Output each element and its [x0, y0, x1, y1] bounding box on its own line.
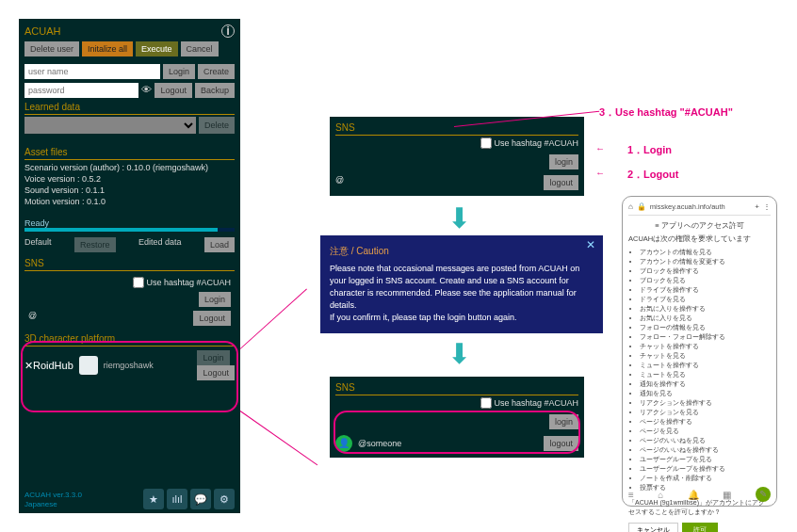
info-icon[interactable]: i — [221, 24, 235, 38]
cancel-button[interactable]: キャンセル — [628, 523, 678, 532]
caution-header: 注意 / Caution — [330, 245, 594, 257]
sns-login-button[interactable]: Login — [199, 292, 231, 307]
execute-button[interactable]: Execute — [136, 41, 178, 56]
login-button[interactable]: Login — [163, 64, 195, 79]
caution-dialog: ✕ 注意 / Caution Please note that occasion… — [320, 235, 603, 333]
lock-icon: 🔒 — [637, 202, 646, 211]
callout-1: 1．Login — [627, 143, 672, 157]
audio-icon[interactable]: ılıl — [167, 489, 187, 509]
hashtag-label: Use hashtag #ACUAH — [494, 138, 578, 148]
scope-item: ページを操作する — [640, 417, 771, 427]
chat-icon[interactable]: 💬 — [190, 489, 211, 509]
scope-item: アカウントの情報を見る — [640, 248, 771, 257]
sns-section: Use hashtag #ACUAH Login @ Logout — [24, 273, 235, 330]
hashtag-checkbox[interactable] — [480, 397, 492, 409]
scope-item: リアクションを操作する — [640, 398, 771, 408]
connector-line — [240, 289, 307, 349]
logout-button[interactable]: Logout — [155, 83, 192, 98]
star-icon[interactable]: ★ — [143, 489, 164, 509]
asset-line: Sound version : 0.1.1 — [24, 185, 235, 196]
sns-mention: @ — [335, 175, 344, 190]
app-title: ACUAH i — [24, 24, 235, 38]
scope-item: 通知を見る — [640, 389, 771, 398]
scope-item: フォローの情報を見る — [640, 323, 771, 332]
sns-logout-button[interactable]: logout — [544, 175, 578, 190]
sns-label: SNS — [335, 122, 578, 133]
callout-3: 3．Use hashtag "#ACUAH" — [599, 105, 733, 120]
scope-item: ページを見る — [640, 427, 771, 436]
arrow-down-icon: ⬇ — [447, 337, 471, 370]
nav-home-icon[interactable]: ⌂ — [658, 490, 663, 500]
arrow-down-icon: ⬇ — [447, 202, 471, 234]
learned-data-select[interactable] — [24, 117, 196, 134]
sns-label: SNS — [24, 258, 235, 268]
compose-fab[interactable]: ✎ — [756, 487, 771, 502]
title-text: ACUAH — [24, 25, 61, 37]
load-button[interactable]: Load — [204, 237, 235, 252]
scope-item: ユーザーグループを見る — [640, 455, 771, 464]
scope-item: フォロー・フォロー解除する — [640, 332, 771, 342]
caution-body: Please note that occasional messages are… — [330, 263, 594, 324]
scope-item: お気に入りを見る — [640, 314, 771, 323]
asset-line: Scenario version (author) : 0.10.0 (riem… — [24, 162, 235, 173]
url-text: misskey.acuah.info/auth — [650, 202, 751, 211]
scope-item: チャットを操作する — [640, 342, 771, 351]
progress-bar — [24, 228, 235, 232]
asset-line: Voice version : 0.5.2 — [24, 173, 235, 185]
hashtag-checkbox[interactable] — [133, 277, 144, 288]
arrow-left-icon: ← — [595, 143, 605, 153]
scope-item: アカウントの情報を変更する — [640, 257, 771, 266]
sns-highlight-ring — [21, 341, 238, 412]
sns-mention: @ — [28, 311, 37, 326]
mobile-permission-panel: ⌂ 🔒 misskey.acuah.info/auth + ⋮ ≡ アプリへのア… — [622, 196, 777, 507]
sns-logout-button[interactable]: Logout — [193, 311, 231, 326]
close-icon[interactable]: ✕ — [586, 239, 595, 251]
scope-item: ページのいいねを操作する — [640, 445, 771, 455]
scope-item: ページのいいねを見る — [640, 436, 771, 445]
hashtag-checkbox[interactable] — [480, 137, 492, 149]
permission-title: ≡ アプリへのアクセス許可 — [628, 221, 771, 231]
learned-data-label: Learned data — [24, 102, 235, 112]
connector-line — [240, 411, 317, 465]
scope-item: ノートを作成・削除する — [640, 474, 771, 483]
nav-grid-icon[interactable]: ▦ — [723, 490, 731, 500]
ready-label: Ready — [24, 218, 235, 228]
restore-button[interactable]: Restore — [74, 237, 116, 252]
nav-icon[interactable]: ≡ — [628, 490, 634, 500]
allow-button[interactable]: 許可 — [682, 523, 718, 532]
create-button[interactable]: Create — [198, 64, 235, 79]
asset-files-label: Asset files — [24, 147, 235, 157]
asset-line: Motion version : 0.1.0 — [24, 196, 235, 207]
scope-item: リアクションを見る — [640, 408, 771, 417]
username-input[interactable] — [24, 64, 160, 79]
delete-learned-button[interactable]: Delete — [199, 117, 235, 134]
delete-user-button[interactable]: Delete user — [24, 41, 79, 56]
scope-item: ミュートを操作する — [640, 361, 771, 370]
initialize-all-button[interactable]: Initalize all — [82, 41, 133, 56]
scope-item: 通知を操作する — [640, 379, 771, 389]
sns-highlight-ring — [333, 411, 580, 454]
scope-item: チャットを見る — [640, 351, 771, 361]
scope-item: ドライブを操作する — [640, 285, 771, 295]
scope-item: ブロックを見る — [640, 276, 771, 285]
cancel-button[interactable]: Cancel — [181, 41, 219, 56]
hashtag-label: Use hashtag #ACUAH — [494, 398, 578, 408]
sns-login-button[interactable]: login — [549, 154, 578, 169]
edited-data-label: Edited data — [138, 237, 182, 252]
scope-item: お気に入りを操作する — [640, 304, 771, 314]
sns-panel-before: SNS Use hashtag #ACUAH login @ logout — [330, 117, 584, 196]
backup-button[interactable]: Backup — [195, 83, 235, 98]
hashtag-label: Use hashtag #ACUAH — [146, 278, 231, 287]
callout-2: 2．Logout — [627, 168, 678, 182]
nav-bell-icon[interactable]: 🔔 — [688, 490, 699, 500]
home-icon[interactable]: ⌂ — [628, 202, 633, 211]
menu-icon[interactable]: ⋮ — [763, 202, 771, 211]
app-request-text: ACUAHは次の権限を要求しています — [628, 234, 771, 244]
default-label: Default — [24, 237, 52, 252]
scope-item: ミュートを見る — [640, 370, 771, 379]
password-input[interactable] — [24, 83, 138, 98]
scope-item: ユーザーグループを操作する — [640, 464, 771, 474]
gear-icon[interactable]: ⚙ — [214, 489, 235, 509]
plus-icon[interactable]: + — [755, 202, 759, 211]
eye-icon[interactable]: 👁 — [141, 83, 152, 98]
